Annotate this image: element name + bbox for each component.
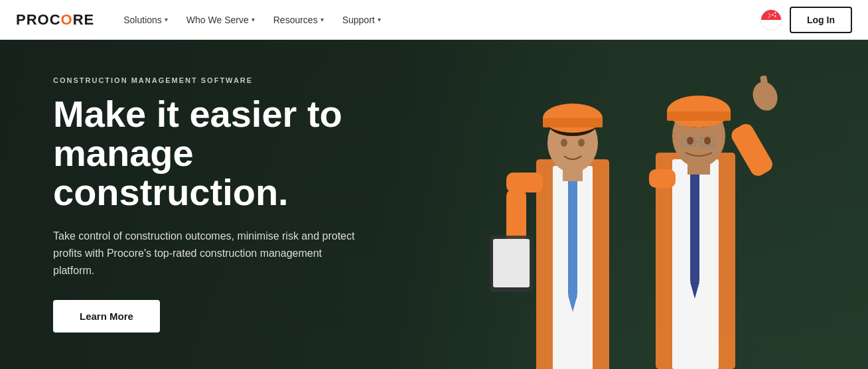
hero-content: CONSTRUCTION MANAGEMENT SOFTWARE Make it… (53, 76, 418, 332)
hero-description: Take control of construction outcomes, m… (53, 228, 358, 279)
svg-rect-56 (690, 169, 699, 282)
flag-top: ☽ ★ ★ ★ (761, 10, 781, 20)
hero-workers (403, 40, 868, 369)
svg-rect-46 (543, 118, 603, 127)
nav-who-we-serve-label: Who We Serve (186, 15, 249, 25)
logo-text: PROCORE (16, 11, 94, 29)
svg-rect-41 (568, 176, 577, 295)
chevron-down-icon: ▾ (252, 16, 255, 23)
svg-rect-53 (493, 239, 530, 287)
navbar: PROCORE Solutions ▾ Who We Serve ▾ Resou… (0, 0, 868, 40)
login-label: Log In (807, 15, 835, 25)
svg-rect-64 (667, 111, 731, 121)
chevron-down-icon: ▾ (165, 16, 168, 23)
workers-illustration (403, 40, 868, 369)
svg-point-66 (704, 137, 711, 145)
chevron-down-icon: ▾ (321, 16, 324, 23)
nav-item-support[interactable]: Support ▾ (334, 9, 389, 31)
nav-right: ☽ ★ ★ ★ Log In (760, 7, 852, 33)
svg-point-47 (561, 139, 567, 147)
nav-item-resources[interactable]: Resources ▾ (265, 9, 332, 31)
svg-rect-68 (729, 121, 775, 179)
svg-text:☽: ☽ (765, 12, 771, 19)
nav-links: Solutions ▾ Who We Serve ▾ Resources ▾ S… (115, 9, 760, 31)
svg-point-48 (578, 139, 585, 147)
nav-solutions-label: Solutions (123, 15, 162, 25)
flag-emblem: ☽ ★ ★ ★ (764, 11, 778, 19)
hero-title: Make it easier to manage construction. (53, 95, 418, 212)
logo-accent: O (61, 11, 73, 28)
svg-rect-51 (506, 189, 526, 242)
nav-support-label: Support (342, 15, 375, 25)
hero-eyebrow: CONSTRUCTION MANAGEMENT SOFTWARE (53, 76, 418, 84)
learn-more-label: Learn More (80, 311, 133, 322)
country-flag[interactable]: ☽ ★ ★ ★ (760, 9, 782, 31)
login-button[interactable]: Log In (790, 7, 852, 33)
hero-section: CONSTRUCTION MANAGEMENT SOFTWARE Make it… (0, 40, 868, 369)
svg-rect-71 (649, 169, 676, 188)
svg-text:★: ★ (774, 14, 777, 18)
svg-rect-49 (563, 168, 583, 181)
nav-item-who-we-serve[interactable]: Who We Serve ▾ (179, 9, 263, 31)
svg-rect-67 (687, 163, 710, 175)
logo[interactable]: PROCORE (16, 11, 94, 29)
learn-more-button[interactable]: Learn More (53, 300, 160, 332)
nav-item-solutions[interactable]: Solutions ▾ (115, 9, 176, 31)
nav-resources-label: Resources (273, 15, 318, 25)
chevron-down-icon: ▾ (378, 16, 381, 23)
flag-bottom (761, 20, 781, 30)
svg-point-65 (687, 137, 693, 145)
